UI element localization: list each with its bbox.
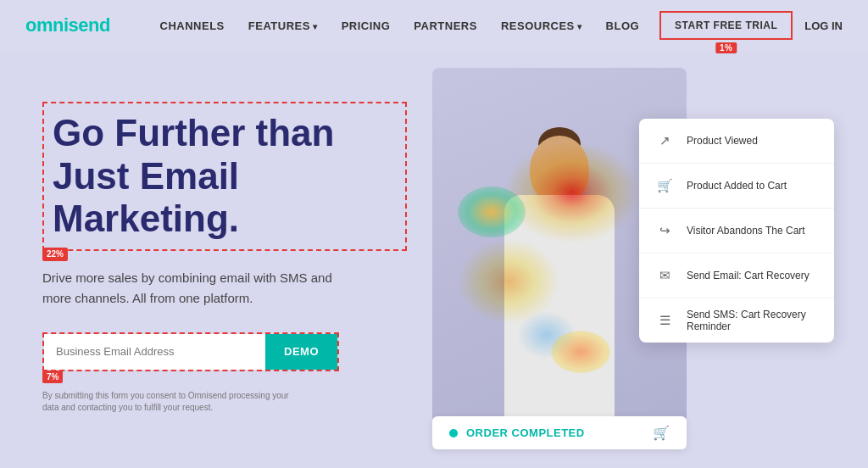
workflow-item-2: 🛒 Product Added to Cart [639, 164, 834, 209]
workflow-label-3: Visitor Abandons The Cart [687, 225, 805, 237]
form-consent-note: By submitting this form you consent to O… [42, 390, 297, 414]
person-body [504, 195, 615, 424]
start-trial-button[interactable]: START FREE TRIAL 1% [659, 11, 793, 40]
workflow-label-2: Product Added to Cart [687, 180, 787, 192]
form-badge: 7% [42, 370, 63, 383]
cursor-icon: ↗ [653, 129, 676, 153]
logo-text-highlight: send [69, 14, 110, 36]
nav-blog[interactable]: BLOG [606, 20, 640, 32]
hero-section: Go Further than Just Email Marketing. 22… [0, 51, 868, 468]
workflow-item-5: ☰ Send SMS: Cart Recovery Reminder [639, 298, 834, 343]
abandon-cart-icon: ↪ [653, 219, 676, 242]
heading-badge: 22% [42, 248, 68, 261]
trial-badge: 1% [715, 42, 737, 53]
email-input[interactable] [44, 334, 265, 370]
hero-heading-text: Go Further than Just Email Marketing. [53, 112, 334, 239]
person-head [530, 136, 589, 203]
workflow-label-5: Send SMS: Cart Recovery Reminder [687, 309, 821, 332]
nav-links: CHANNELS FEATURES PRICING PARTNERS RESOU… [160, 20, 640, 32]
workflow-item-3: ↪ Visitor Abandons The Cart [639, 209, 834, 254]
hero-heading-box: Go Further than Just Email Marketing. 22… [42, 102, 407, 251]
workflow-item-4: ✉ Send Email: Cart Recovery [639, 254, 834, 298]
order-completed-bar: ORDER COMPLETED 🛒 [432, 416, 687, 449]
nav-channels[interactable]: CHANNELS [160, 20, 225, 32]
nav-pricing[interactable]: PRICING [342, 20, 391, 32]
order-cart-icon: 🛒 [653, 425, 670, 441]
trial-button-label: START FREE TRIAL [675, 20, 777, 31]
order-label: ORDER COMPLETED [466, 426, 585, 439]
email-icon: ✉ [653, 264, 676, 287]
demo-button[interactable]: DEMO [265, 334, 337, 370]
logo-text-start: omni [25, 14, 69, 36]
hero-left: Go Further than Just Email Marketing. 22… [42, 85, 407, 414]
nav-resources[interactable]: RESOURCES [501, 20, 582, 32]
person-silhouette [466, 119, 653, 424]
workflow-item-1: ↗ Product Viewed [639, 119, 834, 164]
nav-actions: START FREE TRIAL 1% LOG IN [659, 11, 843, 40]
hero-subtext: Drive more sales by combining email with… [42, 268, 364, 309]
workflow-panel: ↗ Product Viewed 🛒 Product Added to Cart… [639, 119, 834, 343]
cart-add-icon: 🛒 [653, 174, 676, 198]
order-dot [449, 429, 458, 437]
workflow-label-1: Product Viewed [687, 135, 758, 147]
workflow-label-4: Send Email: Cart Recovery [687, 270, 810, 281]
hero-form: DEMO 7% [42, 332, 339, 371]
nav-partners[interactable]: PARTNERS [414, 20, 477, 32]
logo[interactable]: omnisend [25, 14, 110, 36]
login-button[interactable]: LOG IN [804, 20, 843, 32]
hero-right: ↗ Product Viewed 🛒 Product Added to Cart… [407, 85, 826, 466]
sms-icon: ☰ [653, 309, 676, 332]
navbar: omnisend CHANNELS FEATURES PRICING PARTN… [0, 0, 868, 51]
nav-features[interactable]: FEATURES [248, 20, 318, 32]
